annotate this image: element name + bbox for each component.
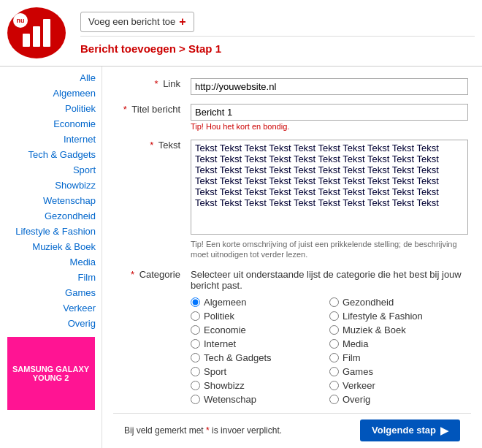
text-textarea[interactable]: Tekst Tekst Tekst Tekst Tekst Tekst Teks… (191, 140, 468, 235)
categorie-description: Selecteer uit onderstaande lijst de cate… (191, 269, 468, 291)
cat-overig-item: Overig (329, 394, 461, 405)
cat-economie-item: Economie (191, 324, 322, 335)
cat-games-label[interactable]: Games (343, 366, 373, 377)
cat-media-label[interactable]: Media (343, 338, 368, 349)
categorie-required-star: * (131, 269, 134, 280)
sidebar-item-overig[interactable]: Overig (0, 316, 102, 331)
sidebar-item-verkeer[interactable]: Verkeer (0, 300, 102, 316)
cat-film-radio[interactable] (329, 353, 339, 362)
cat-politiek-label[interactable]: Politiek (204, 311, 234, 322)
cat-verkeer-label[interactable]: Verkeer (343, 380, 375, 391)
cat-games-radio[interactable] (329, 367, 339, 376)
cat-verkeer-radio[interactable] (329, 381, 339, 390)
text-label: Tekst (158, 140, 180, 151)
title-row: * Titel bericht Tip! Hou het kort en bon… (113, 99, 471, 135)
form-footer: Bij veld gemerkt met * is invoer verplic… (113, 413, 471, 447)
title-input-cell: Tip! Hou het kort en bondig. (188, 99, 471, 135)
plus-icon: + (179, 15, 185, 29)
add-message-button[interactable]: Voeg een bericht toe + (80, 12, 194, 32)
cat-algemeen-radio[interactable] (191, 297, 200, 307)
form-table: * Link * Titel bericht Tip! Hou het kort… (113, 74, 471, 409)
cat-overig-radio[interactable] (329, 395, 339, 404)
cat-tech-item: Tech & Gadgets (191, 352, 322, 363)
cat-sport-label[interactable]: Sport (204, 366, 226, 377)
cat-wetenschap-radio[interactable] (191, 395, 200, 404)
cat-tech-label[interactable]: Tech & Gadgets (204, 352, 272, 363)
cat-sport-radio[interactable] (191, 367, 200, 376)
cat-gezondheid-radio[interactable] (329, 297, 339, 307)
sidebar-item-film[interactable]: Film (0, 270, 102, 285)
cat-internet-label[interactable]: Internet (204, 338, 236, 349)
logo: nu (7, 7, 66, 58)
categorie-label: Categorie (139, 269, 180, 280)
link-label: Link (163, 78, 180, 89)
footer-note-text1: Bij veld gemerkt met (124, 425, 204, 436)
ad-line2: YOUNG 2 (33, 373, 69, 382)
cat-algemeen-item: Algemeen (191, 297, 322, 308)
add-message-label: Voeg een bericht toe (88, 16, 175, 27)
categorie-input-cell: Selecteer uit onderstaande lijst de cate… (188, 265, 471, 409)
categorie-row: * Categorie Selecteer uit onderstaande l… (113, 265, 471, 409)
cat-film-label[interactable]: Film (343, 352, 361, 363)
cat-games-item: Games (329, 366, 461, 377)
cat-muziek-label[interactable]: Muziek & Boek (343, 324, 406, 335)
sidebar-item-tech[interactable]: Tech & Gadgets (0, 147, 102, 162)
cat-economie-radio[interactable] (191, 325, 200, 335)
title-label-cell: * Titel bericht (113, 99, 188, 135)
cat-politiek-item: Politiek (191, 311, 322, 322)
cat-gezondheid-label[interactable]: Gezondheid (343, 297, 394, 308)
logo-nu-text: nu (13, 13, 28, 28)
text-input-cell: Tekst Tekst Tekst Tekst Tekst Tekst Teks… (188, 135, 471, 265)
sidebar-advertisement: SAMSUNG GALAXY YOUNG 2 (7, 337, 95, 410)
sidebar-item-economie[interactable]: Economie (0, 116, 102, 132)
text-required-star: * (150, 140, 153, 151)
cat-media-radio[interactable] (329, 339, 339, 349)
categories-grid: Algemeen Gezondheid Politiek Lifest (191, 297, 468, 405)
cat-muziek-radio[interactable] (329, 325, 339, 335)
sidebar-item-media[interactable]: Media (0, 254, 102, 270)
sidebar-item-sport[interactable]: Sport (0, 162, 102, 178)
sidebar-item-showbizz[interactable]: Showbizz (0, 178, 102, 193)
sidebar-item-lifestyle[interactable]: Lifestyle & Fashion (0, 224, 102, 239)
next-step-button[interactable]: Volgende stap ▶ (360, 419, 460, 441)
text-label-cell: * Tekst (113, 135, 188, 265)
cat-tech-radio[interactable] (191, 353, 200, 362)
cat-internet-radio[interactable] (191, 339, 200, 349)
cat-overig-label[interactable]: Overig (343, 394, 370, 405)
link-input-cell (188, 74, 471, 99)
cat-politiek-radio[interactable] (191, 311, 200, 321)
sidebar-item-internet[interactable]: Internet (0, 132, 102, 147)
header-right: Voeg een bericht toe + Bericht toevoegen… (80, 12, 475, 55)
sidebar-item-muziek[interactable]: Muziek & Boek (0, 239, 102, 254)
cat-showbizz-radio[interactable] (191, 381, 200, 390)
sidebar-item-politiek[interactable]: Politiek (0, 101, 102, 116)
next-step-label: Volgende stap (372, 425, 436, 436)
cat-media-item: Media (329, 338, 461, 349)
cat-lifestyle-item: Lifestyle & Fashion (329, 311, 461, 322)
cat-wetenschap-label[interactable]: Wetenschap (204, 394, 256, 405)
categorie-label-cell: * Categorie (113, 265, 188, 409)
title-tip: Tip! Hou het kort en bondig. (191, 122, 468, 131)
link-row: * Link (113, 74, 471, 99)
ad-line1: SAMSUNG GALAXY (12, 365, 89, 373)
sidebar-item-alle[interactable]: Alle (0, 70, 102, 86)
sidebar-item-gezondheid[interactable]: Gezondheid (0, 208, 102, 224)
sidebar-item-wetenschap[interactable]: Wetenschap (0, 193, 102, 208)
cat-wetenschap-item: Wetenschap (191, 394, 322, 405)
sidebar-item-algemeen[interactable]: Algemeen (0, 86, 102, 101)
cat-lifestyle-label[interactable]: Lifestyle & Fashion (343, 311, 423, 322)
cat-showbizz-label[interactable]: Showbizz (204, 380, 245, 391)
cat-algemeen-label[interactable]: Algemeen (204, 297, 247, 308)
title-input[interactable] (191, 104, 468, 121)
logo-bar-1 (23, 34, 30, 47)
cat-lifestyle-radio[interactable] (329, 311, 339, 321)
cat-economie-label[interactable]: Economie (204, 324, 246, 335)
sidebar-item-games[interactable]: Games (0, 285, 102, 300)
header: nu Voeg een bericht toe + Bericht toevoe… (0, 0, 482, 67)
text-tip: Tip! Een korte omschrijving of juist een… (191, 239, 468, 260)
layout: Alle Algemeen Politiek Economie Internet… (0, 67, 482, 448)
cat-sport-item: Sport (191, 366, 322, 377)
cat-internet-item: Internet (191, 338, 322, 349)
cat-verkeer-item: Verkeer (329, 380, 461, 391)
link-input[interactable] (191, 78, 468, 95)
